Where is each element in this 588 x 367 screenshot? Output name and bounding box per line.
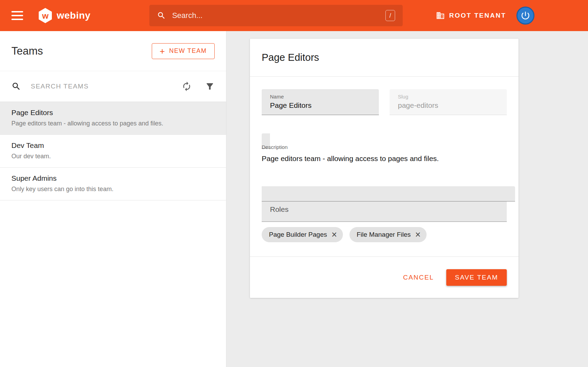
team-name: Page Editors xyxy=(11,109,215,117)
team-name: Super Admins xyxy=(11,174,215,182)
close-icon[interactable]: × xyxy=(332,230,337,239)
topbar: w webiny / ROOT TENANT xyxy=(0,0,588,31)
roles-select-label: Roles xyxy=(270,205,289,214)
page-title: Teams xyxy=(11,45,43,57)
plus-icon: + xyxy=(160,47,166,56)
slug-field-label: Slug xyxy=(398,94,498,100)
role-chip-file-manager-files: File Manager Files × xyxy=(349,227,427,242)
name-slug-row: Name Slug xyxy=(262,89,507,115)
name-input[interactable] xyxy=(270,101,371,110)
chip-label: File Manager Files xyxy=(357,231,411,238)
description-field: Description Page editors team - allowing… xyxy=(262,133,515,201)
name-field-label: Name xyxy=(270,94,371,100)
main-layout: Teams + NEW TEAM Pa xyxy=(0,31,588,367)
slash-shortcut-badge: / xyxy=(385,10,395,21)
roles-chips: Page Builder Pages × File Manager Files … xyxy=(262,227,507,242)
team-list-item-dev-team[interactable]: Dev Team Our dev team. xyxy=(0,135,226,168)
save-team-button[interactable]: SAVE TEAM xyxy=(446,269,507,286)
tenant-label: ROOT TENANT xyxy=(449,12,506,19)
refresh-button[interactable] xyxy=(181,81,192,92)
teams-header: Teams + NEW TEAM xyxy=(0,31,226,71)
description-textarea[interactable]: Page editors team - allowing access to p… xyxy=(262,153,507,196)
chip-label: Page Builder Pages xyxy=(269,231,327,238)
slug-input xyxy=(398,101,498,110)
description-field-label: Description xyxy=(262,144,507,150)
hamburger-menu-icon[interactable] xyxy=(11,11,23,20)
refresh-icon xyxy=(181,81,192,92)
team-list-item-page-editors[interactable]: Page Editors Page editors team - allowin… xyxy=(0,102,226,135)
team-details-panel: Page Editors Name Slug Description Page … xyxy=(226,31,588,367)
role-chip-page-builder-pages: Page Builder Pages × xyxy=(262,227,343,242)
logo-wordmark: webiny xyxy=(57,10,91,21)
team-name: Dev Team xyxy=(11,141,215,150)
filter-icon xyxy=(205,82,215,91)
team-form-title: Page Editors xyxy=(262,52,319,63)
search-icon xyxy=(11,82,21,91)
team-list: Page Editors Page editors team - allowin… xyxy=(0,102,226,200)
cancel-button[interactable]: CANCEL xyxy=(403,274,434,281)
slug-field: Slug xyxy=(390,89,507,115)
card-title-row: Page Editors xyxy=(250,39,519,77)
team-description: Page editors team - allowing access to p… xyxy=(11,120,215,127)
power-icon xyxy=(520,10,531,21)
filter-button[interactable] xyxy=(205,82,215,91)
team-form-card: Page Editors Name Slug Description Page … xyxy=(250,39,519,298)
teams-search-input[interactable] xyxy=(31,83,181,90)
teams-search-row xyxy=(0,71,226,102)
teams-list-panel: Teams + NEW TEAM Pa xyxy=(0,31,226,367)
new-team-button-label: NEW TEAM xyxy=(169,47,207,55)
card-footer: CANCEL SAVE TEAM xyxy=(250,256,519,298)
svg-text:w: w xyxy=(42,11,49,20)
global-search-input[interactable] xyxy=(172,11,385,20)
close-icon[interactable]: × xyxy=(415,230,421,239)
user-avatar[interactable] xyxy=(516,7,534,25)
tenant-selector[interactable]: ROOT TENANT xyxy=(436,11,506,20)
webiny-hexagon-icon: w xyxy=(38,8,52,23)
topbar-right: ROOT TENANT xyxy=(436,7,534,25)
global-search-bar: / xyxy=(149,5,403,26)
team-form-body: Name Slug Description Page editors team … xyxy=(250,77,519,256)
team-list-item-super-admins[interactable]: Super Admins Only key users can go into … xyxy=(0,168,226,200)
team-description: Our dev team. xyxy=(11,153,215,160)
name-field: Name xyxy=(262,89,379,115)
team-description: Only key users can go into this team. xyxy=(11,186,215,193)
building-icon xyxy=(436,11,445,20)
search-icon xyxy=(157,11,166,20)
webiny-logo[interactable]: w webiny xyxy=(38,8,91,23)
new-team-button[interactable]: + NEW TEAM xyxy=(152,43,215,59)
